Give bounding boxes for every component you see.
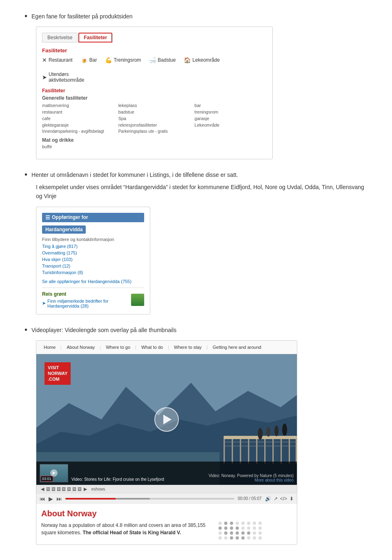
hard-see-all[interactable]: Se alle oppføringer for Hardangervidda (… bbox=[42, 279, 144, 284]
hard-link-item[interactable]: Overnatting (175) bbox=[42, 250, 144, 256]
bullet-section-2: • Henter ut områdenavn i stedet for komm… bbox=[24, 171, 368, 315]
hard-green-link[interactable]: Finn miljømerkede bedrifter for Hardange… bbox=[47, 299, 128, 308]
progress-fill-gray bbox=[116, 498, 150, 500]
hard-sub1: Finn tilbydere og kontaktinformasjon bbox=[42, 237, 144, 242]
eshows-next-btn[interactable]: ▶ bbox=[82, 486, 88, 492]
map-dot bbox=[253, 527, 256, 530]
tab-beskrivelse[interactable]: Beskrivelse bbox=[42, 33, 78, 42]
hard-link-item[interactable]: Hva skjer (103) bbox=[42, 257, 144, 262]
video-bottom-bar: 03:01 Video: Stories for Life: Fjord cru… bbox=[36, 462, 297, 485]
svg-rect-6 bbox=[240, 439, 241, 464]
facility-icon-restaurant: ✕ Restaurant bbox=[42, 57, 73, 63]
svg-rect-4 bbox=[224, 439, 225, 464]
play-control-btn[interactable]: ▶ bbox=[49, 495, 53, 502]
nav-about-norway[interactable]: About Norway bbox=[62, 343, 99, 351]
bullet-item-4: • Videoplayer: Videolengde som overlay p… bbox=[24, 326, 368, 335]
map-dot bbox=[253, 531, 256, 535]
thumb-duration-badge: 03:01 bbox=[41, 476, 53, 481]
map-dot bbox=[258, 527, 262, 530]
nav-where-to-stay[interactable]: Where to stay bbox=[170, 343, 206, 351]
bullet-dot-1: • bbox=[24, 11, 27, 21]
utendors-label: Utendørsaktivitetsområde bbox=[49, 71, 84, 83]
facilities-table-section: Fasiliteter Generelle fasiliteter matlse… bbox=[42, 88, 267, 149]
nav-where-to-go[interactable]: Where to go bbox=[102, 343, 134, 351]
hard-header: ☰ Oppføringer for bbox=[42, 213, 144, 222]
map-dot bbox=[258, 536, 262, 540]
nav-sep: | bbox=[135, 345, 136, 350]
nav-getting-here[interactable]: Getting here and around bbox=[209, 343, 265, 351]
volume-icon[interactable]: 🔊 bbox=[265, 496, 271, 502]
facility-icon-lekeomrade: 🏠 Lekeområde bbox=[184, 57, 220, 63]
map-dot bbox=[241, 527, 245, 530]
map-dot bbox=[230, 522, 233, 525]
download-icon[interactable]: ⬇ bbox=[290, 496, 294, 502]
next-control-btn[interactable]: ⏭ bbox=[56, 495, 62, 502]
map-dot bbox=[218, 522, 222, 525]
bullet-text-1: Egen fane for fasiliteter på produktside… bbox=[31, 12, 133, 21]
embed-icon[interactable]: </> bbox=[280, 496, 287, 502]
bullet-section-4: • Videoplayer: Videolengde som overlay p… bbox=[24, 326, 368, 545]
facility-icon-treningsrom: 💪 Treningsrom bbox=[105, 57, 141, 63]
compass-icon: ➤ bbox=[42, 301, 46, 306]
map-dot bbox=[241, 522, 245, 525]
bullet-item-2: • Henter ut områdenavn i stedet for komm… bbox=[24, 171, 368, 179]
thumb-play-small-icon bbox=[50, 469, 58, 477]
facility-icon-bar: 🍺 Bar bbox=[81, 57, 97, 63]
nav-sep: | bbox=[168, 345, 169, 350]
eshows-bar: ◀ 🖼 🖼 🖼 🖼 🖼 🖼 🖼 ▶ eshows bbox=[36, 485, 297, 493]
play-button[interactable] bbox=[154, 407, 179, 432]
progress-bar[interactable] bbox=[65, 498, 234, 500]
nav-home[interactable]: Home bbox=[40, 343, 60, 351]
time-display: 00:00 / 05:07 bbox=[238, 496, 261, 501]
svg-rect-5 bbox=[232, 439, 233, 464]
facilities-grid: matlservering lekeplass bar restaurant b… bbox=[42, 103, 267, 134]
facility-grid-item: treningsrom bbox=[194, 109, 267, 115]
facilities-icon-title: Fasiliteter bbox=[42, 47, 267, 54]
about-norway-text: Norway has a population of about 4.8 mil… bbox=[41, 522, 212, 536]
hard-green-section: Reis grønt ➤ Finn miljømerkede bedrifter… bbox=[42, 291, 144, 308]
video-more-link[interactable]: More about this video bbox=[184, 478, 294, 482]
bullet-dot-2: • bbox=[24, 170, 27, 179]
svg-rect-12 bbox=[289, 439, 290, 464]
bar-label: Bar bbox=[89, 57, 97, 63]
prev-control-btn[interactable]: ⏮ bbox=[40, 495, 45, 502]
badstue-label: Badstue bbox=[158, 57, 176, 63]
facility-grid-item: rekresjonsfasiliteter bbox=[118, 122, 191, 128]
map-dot bbox=[247, 531, 250, 535]
map-dot bbox=[230, 531, 233, 535]
svg-point-19 bbox=[282, 424, 287, 436]
svg-rect-11 bbox=[281, 439, 282, 464]
tab-bar: Beskrivelse Fasiliteter bbox=[42, 33, 267, 42]
play-triangle-icon bbox=[163, 415, 172, 424]
facilities-icons-section: Fasiliteter ✕ Restaurant 🍺 Bar 💪 Trening… bbox=[42, 47, 267, 83]
hard-link-item[interactable]: Ting å gjøre (817) bbox=[42, 243, 144, 249]
map-dot bbox=[218, 527, 222, 530]
bullet-text-4: Videoplayer: Videolengde som overlay på … bbox=[31, 326, 176, 335]
map-dot bbox=[224, 522, 227, 525]
hard-link-item[interactable]: Transport (12) bbox=[42, 263, 144, 269]
facilities-screenshot: Beskrivelse Fasiliteter Fasiliteter ✕ Re… bbox=[36, 27, 273, 159]
nav-what-to-do[interactable]: What to do bbox=[137, 343, 167, 351]
lekeomrade-icon: 🏠 bbox=[184, 57, 191, 63]
bullet-item-1: • Egen fane for fasiliteter på produktsi… bbox=[24, 12, 368, 21]
bullet-dot-4: • bbox=[24, 325, 27, 335]
map-dot bbox=[224, 536, 227, 540]
svg-point-16 bbox=[258, 428, 263, 440]
bullet-section-1: • Egen fane for fasiliteter på produktsi… bbox=[24, 12, 368, 159]
share-icon[interactable]: ↗ bbox=[274, 496, 278, 502]
video-thumb-small[interactable]: 03:01 bbox=[40, 464, 68, 482]
lekeomrade-label: Lekeområde bbox=[192, 57, 220, 63]
video-nav-bar: Home | About Norway | Where to go | What… bbox=[36, 341, 297, 354]
nav-sep: | bbox=[60, 345, 62, 350]
bullet2-para: I eksempelet under vises området “Hardan… bbox=[36, 183, 368, 201]
hard-divider bbox=[42, 288, 144, 288]
hard-link-hva: Hva skjer (103) bbox=[42, 257, 73, 262]
facility-icon-badstue: 🛁 Badstue bbox=[149, 57, 176, 63]
thumb-play-triangle bbox=[53, 471, 56, 475]
hardangervidda-box: ☰ Oppføringer for Hardangervidda Finn ti… bbox=[36, 207, 150, 315]
map-dots-grid bbox=[218, 522, 292, 540]
hard-link-item[interactable]: Turistinformasjon (8) bbox=[42, 270, 144, 275]
tab-fasiliteter[interactable]: Fasiliteter bbox=[78, 33, 112, 42]
eshows-prev-btn[interactable]: ◀ bbox=[40, 486, 45, 492]
svg-rect-10 bbox=[272, 439, 274, 464]
